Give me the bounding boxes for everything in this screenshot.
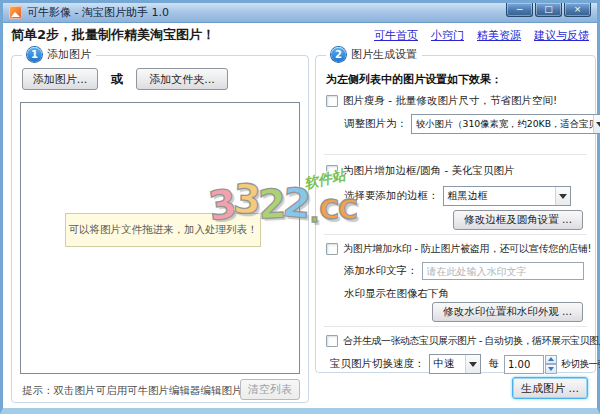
- modify-border-button[interactable]: 修改边框及圆角设置 ...: [453, 210, 583, 230]
- close-button[interactable]: ×: [564, 3, 591, 17]
- watermark-position-note: 水印显示在图像右下角: [344, 287, 449, 301]
- add-buttons-row: 添加图片... 或 添加文件夹...: [22, 68, 228, 90]
- speed-select[interactable]: 中速: [429, 354, 481, 374]
- resize-checkbox-label: 图片瘦身 - 批量修改图片尺寸，节省图片空间!: [343, 94, 557, 108]
- section-divider: [324, 234, 587, 235]
- add-images-button[interactable]: 添加图片...: [22, 68, 98, 90]
- step-2-badge: 2: [331, 47, 346, 62]
- add-folder-button[interactable]: 添加文件夹...: [136, 68, 228, 90]
- border-style-label: 选择要添加的边框：: [344, 189, 439, 203]
- window-controls: − □ ×: [506, 3, 591, 17]
- resize-checkbox-row: 图片瘦身 - 批量修改图片尺寸，节省图片空间!: [326, 94, 557, 108]
- generation-settings-legend: 2 图片生成设置: [326, 47, 422, 62]
- per-label: 每: [489, 357, 500, 371]
- interval-unit-label: 秒切换一张图: [561, 358, 600, 371]
- app-window: 可牛影像 - 淘宝图片助手 1.0 − □ × 简单2步，批量制作精美淘宝图片！…: [0, 0, 600, 414]
- generation-settings-panel: 2 图片生成设置 为左侧列表中的图片设置如下效果： 图片瘦身 - 批量修改图片尺…: [315, 55, 596, 373]
- titlebar: 可牛影像 - 淘宝图片助手 1.0 − □ ×: [3, 3, 597, 23]
- animation-checkbox[interactable]: [326, 335, 338, 347]
- link-feedback[interactable]: 建议与反馈: [534, 28, 589, 43]
- size-select[interactable]: 较小图片（310像素宽，约20KB，适合宝贝图片）: [411, 114, 600, 134]
- border-checkbox[interactable]: [326, 165, 338, 177]
- dropdown-arrow-icon: [465, 355, 480, 373]
- size-label: 调整图片为：: [344, 117, 407, 131]
- minimize-button[interactable]: −: [506, 3, 533, 17]
- step-1-badge: 1: [27, 47, 42, 62]
- interval-input[interactable]: [504, 355, 544, 374]
- section-divider: [324, 154, 587, 155]
- link-resources[interactable]: 精美资源: [477, 28, 521, 43]
- window-title: 可牛影像 - 淘宝图片助手 1.0: [27, 3, 169, 22]
- edit-tip-text: 提示：双击图片可启用可牛图片编辑器编辑图片。: [22, 384, 253, 398]
- slogan-text: 简单2步，批量制作精美淘宝图片！: [11, 26, 215, 44]
- animation-checkbox-row: 合并生成一张动态宝贝展示图片 - 自动切换，循环展示宝贝图片: [326, 334, 600, 348]
- drop-hint-tooltip: 可以将图片文件拖进来，加入处理列表！: [65, 213, 261, 247]
- add-images-panel-title: 添加图片: [47, 47, 91, 62]
- generate-button[interactable]: 生成图片 ...: [512, 377, 588, 399]
- modify-watermark-button[interactable]: 修改水印位置和水印外观 ...: [432, 302, 583, 322]
- clear-list-button[interactable]: 清空列表: [240, 379, 300, 400]
- dropdown-arrow-icon: [593, 115, 600, 133]
- watermark-checkbox-label: 为图片增加水印 - 防止图片被盗用，还可以宣传您的店铺!: [343, 242, 591, 256]
- border-modify-row: 修改边框及圆角设置 ...: [453, 210, 583, 230]
- watermark-text-row: 添加水印文字：: [344, 262, 584, 280]
- maximize-button[interactable]: □: [535, 3, 562, 17]
- border-checkbox-label: 为图片增加边框/圆角 - 美化宝贝图片: [343, 164, 515, 178]
- watermark-checkbox[interactable]: [326, 243, 338, 255]
- animation-speed-row: 宝贝图片切换速度： 中速 每 秒切换一张图: [330, 354, 600, 374]
- watermark-text-label: 添加水印文字：: [344, 264, 418, 278]
- speed-select-value: 中速: [430, 357, 465, 371]
- watermark-checkbox-row: 为图片增加水印 - 防止图片被盗用，还可以宣传您的店铺!: [326, 242, 591, 256]
- or-label: 或: [111, 71, 123, 88]
- border-style-select[interactable]: 粗黑边框: [443, 186, 571, 206]
- animation-checkbox-label: 合并生成一张动态宝贝展示图片 - 自动切换，循环展示宝贝图片: [343, 334, 600, 348]
- header-links: 可牛首页 小窍门 精美资源 建议与反馈: [374, 28, 589, 43]
- dropdown-arrow-icon: [555, 187, 570, 205]
- link-keniu-home[interactable]: 可牛首页: [374, 28, 418, 43]
- size-select-value: 较小图片（310像素宽，约20KB，适合宝贝图片）: [412, 118, 593, 131]
- resize-size-row: 调整图片为： 较小图片（310像素宽，约20KB，适合宝贝图片）: [344, 114, 600, 134]
- border-style-row: 选择要添加的边框： 粗黑边框: [344, 186, 571, 206]
- section-divider: [324, 326, 587, 327]
- image-list[interactable]: 可以将图片文件拖进来，加入处理列表！: [20, 102, 300, 374]
- generation-settings-title: 图片生成设置: [351, 47, 417, 62]
- border-style-value: 粗黑边框: [444, 189, 555, 203]
- resize-checkbox[interactable]: [326, 95, 338, 107]
- app-icon: [9, 6, 22, 19]
- speed-label: 宝贝图片切换速度：: [330, 357, 425, 371]
- watermark-text-input[interactable]: [422, 262, 584, 280]
- interval-spinner: [504, 355, 557, 374]
- add-images-panel: 1 添加图片 添加图片... 或 添加文件夹... 可以将图片文件拖进来，加入处…: [11, 55, 309, 403]
- spinner-down-icon[interactable]: [545, 364, 557, 374]
- watermark-modify-row: 修改水印位置和水印外观 ...: [432, 302, 583, 322]
- spinner-up-icon[interactable]: [545, 355, 557, 365]
- add-images-panel-legend: 1 添加图片: [22, 47, 96, 62]
- header-bar: 简单2步，批量制作精美淘宝图片！ 可牛首页 小窍门 精美资源 建议与反馈: [3, 23, 597, 47]
- link-tips[interactable]: 小窍门: [431, 28, 464, 43]
- settings-intro-text: 为左侧列表中的图片设置如下效果：: [326, 72, 502, 87]
- border-checkbox-row: 为图片增加边框/圆角 - 美化宝贝图片: [326, 164, 515, 178]
